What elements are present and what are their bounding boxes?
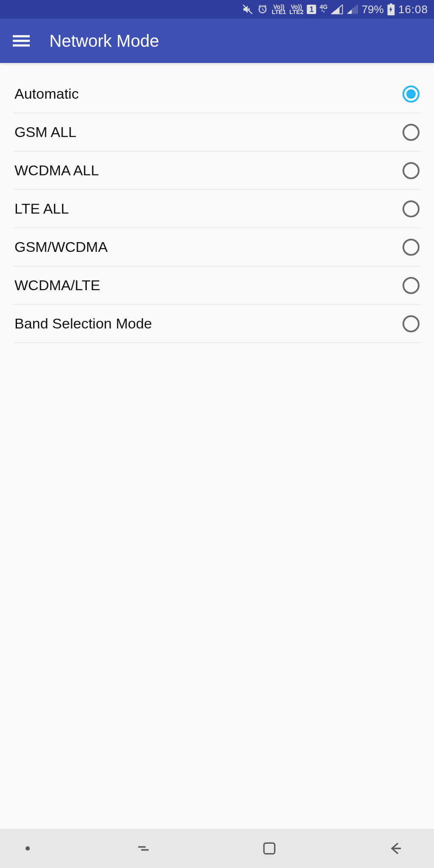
battery-charging-icon: [387, 3, 395, 15]
radio-unselected-icon: [403, 200, 420, 217]
sim-badge: 1: [307, 5, 316, 14]
radio-selected-icon: [403, 86, 420, 103]
back-button[interactable]: [383, 836, 408, 861]
svg-rect-5: [13, 35, 30, 37]
volte2-indicator: Vo)) LTE2: [289, 4, 303, 14]
battery-percentage: 79%: [362, 3, 384, 16]
radio-unselected-icon: [403, 315, 420, 332]
network-mode-list: Automatic GSM ALL WCDMA ALL LTE ALL GSM/…: [0, 63, 434, 343]
option-label: GSM/WCDMA: [14, 239, 108, 255]
volte1-indicator: Vo)) LTE1: [272, 4, 286, 14]
svg-rect-6: [13, 40, 30, 42]
radio-unselected-icon: [403, 162, 420, 179]
radio-unselected-icon: [403, 277, 420, 294]
option-label: GSM ALL: [14, 124, 77, 140]
svg-rect-8: [264, 843, 275, 854]
svg-rect-1: [354, 6, 356, 14]
option-wcdma-lte[interactable]: WCDMA/LTE: [13, 266, 421, 305]
svg-rect-0: [352, 8, 354, 14]
option-label: Automatic: [14, 86, 79, 102]
option-label: LTE ALL: [14, 200, 69, 217]
alarm-icon: [257, 3, 268, 15]
signal1-icon: [331, 4, 343, 14]
svg-rect-7: [13, 44, 30, 46]
option-label: WCDMA/LTE: [14, 277, 100, 294]
svg-rect-4: [390, 3, 392, 5]
option-label: Band Selection Mode: [14, 315, 152, 332]
radio-unselected-icon: [403, 124, 420, 141]
app-bar: Network Mode: [0, 19, 434, 63]
status-time: 16:08: [398, 3, 428, 16]
option-label: WCDMA ALL: [14, 162, 99, 179]
option-band-selection[interactable]: Band Selection Mode: [13, 305, 421, 343]
nav-dot-icon: [26, 846, 30, 851]
radio-unselected-icon: [403, 239, 420, 256]
signal2-icon: [346, 4, 358, 14]
option-lte-all[interactable]: LTE ALL: [13, 190, 421, 228]
option-gsm-all[interactable]: GSM ALL: [13, 113, 421, 151]
option-wcdma-all[interactable]: WCDMA ALL: [13, 151, 421, 190]
data-4g-indicator: 4G: [320, 4, 328, 14]
menu-icon[interactable]: [12, 31, 31, 50]
status-bar: Vo)) LTE1 Vo)) LTE2 1 4G 79% 16:08: [0, 0, 434, 19]
option-gsm-wcdma[interactable]: GSM/WCDMA: [13, 228, 421, 266]
option-automatic[interactable]: Automatic: [13, 75, 421, 113]
recents-button[interactable]: [131, 836, 156, 861]
mute-icon: [242, 4, 253, 15]
home-button[interactable]: [257, 836, 282, 861]
navigation-bar: [0, 829, 434, 868]
svg-rect-2: [356, 5, 358, 14]
page-title: Network Mode: [49, 31, 159, 51]
